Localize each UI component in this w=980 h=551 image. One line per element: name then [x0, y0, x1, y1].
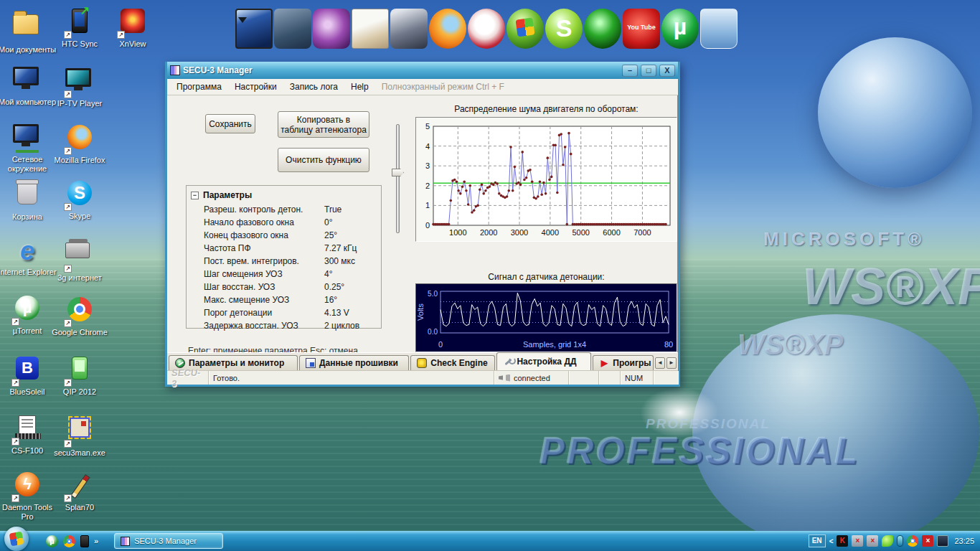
shortcut-arrow-icon: ↗: [64, 265, 72, 273]
param-row[interactable]: Макс. смещение УОЗ16°: [187, 293, 381, 306]
maximize-button[interactable]: □: [641, 65, 656, 77]
param-value[interactable]: 25°: [324, 230, 377, 241]
svg-text:1: 1: [425, 201, 430, 209]
wrench-icon: [503, 357, 513, 367]
desktop-icon-firefox[interactable]: ↗ Mozilla Firefox: [49, 123, 110, 165]
param-value[interactable]: 16°: [324, 294, 377, 306]
desktop-icon-qip[interactable]: ↗ QIP 2012: [49, 354, 110, 397]
param-row[interactable]: Разреш. контроль детон.True: [187, 203, 381, 216]
param-value[interactable]: 4°: [324, 268, 377, 280]
copy-to-attenuator-button[interactable]: Копировать в таблицу аттенюатора: [278, 111, 369, 138]
threshold-slider[interactable]: [390, 124, 405, 233]
dock-photos-icon[interactable]: [352, 9, 389, 49]
dock-indicator-triangle: [238, 17, 247, 23]
menu-nastroyki[interactable]: Настройки: [228, 80, 283, 94]
param-value[interactable]: 2 циклов: [324, 320, 377, 331]
network-places-icon: [13, 124, 39, 143]
save-button[interactable]: Сохранить: [205, 114, 255, 133]
skype-icon: S: [67, 181, 92, 205]
tab-scroll-right-button[interactable]: ►: [666, 357, 677, 369]
dock-my-computer-icon[interactable]: [235, 9, 273, 49]
dock-opera-icon[interactable]: [468, 9, 505, 49]
tray-qip-leaf-icon[interactable]: [882, 535, 893, 547]
quicklaunch-utorrent-icon[interactable]: µ: [46, 535, 58, 547]
quicklaunch-overflow-chevron[interactable]: »: [94, 537, 98, 545]
param-value[interactable]: 4.13 V: [324, 307, 377, 319]
tray-indicator-icon[interactable]: [897, 535, 903, 547]
dock-camcorder-icon[interactable]: [390, 9, 428, 49]
menu-programma[interactable]: Программа: [170, 80, 228, 94]
dock-network-globe-icon[interactable]: [584, 9, 621, 49]
param-value[interactable]: 300 мкс: [324, 255, 377, 267]
tray-collapse-chevron[interactable]: <: [829, 537, 834, 545]
taskbar-button-secu3[interactable]: SECU-3 Manager: [114, 533, 223, 549]
param-value[interactable]: True: [324, 204, 377, 215]
param-row[interactable]: Частота ПФ7.27 кГц: [187, 242, 381, 255]
dock-skype-icon[interactable]: S: [545, 9, 583, 49]
dock-firefox-icon[interactable]: [429, 9, 466, 49]
param-row[interactable]: Конец фазового окна25°: [187, 229, 381, 242]
param-row[interactable]: Шаг восстан. УОЗ0.25°: [187, 281, 381, 293]
shortcut-arrow-icon: ↗: [64, 147, 72, 155]
desktop-icon-iptv-player[interactable]: ↗ IP-TV Player: [49, 66, 110, 108]
param-row[interactable]: Шаг смещения УОЗ4°: [187, 268, 381, 281]
window-titlebar[interactable]: SECU-3 Manager – □ X: [167, 62, 678, 79]
tray-sound-muted-icon[interactable]: ×: [867, 535, 878, 547]
param-value[interactable]: 0.25°: [324, 281, 377, 293]
minimize-button[interactable]: –: [622, 65, 638, 77]
start-button[interactable]: [4, 527, 29, 551]
svg-text:5.0: 5.0: [428, 290, 438, 298]
knock-signal-panel: 5.00.0Volts0Samples, grid 1x480: [415, 283, 677, 352]
param-value[interactable]: 0°: [324, 217, 377, 228]
svg-text:2: 2: [425, 182, 430, 190]
desktop-icon-xnview[interactable]: ↗ XnView: [102, 7, 164, 49]
tray-kaspersky-icon[interactable]: K: [837, 535, 848, 547]
desktop-icon-splan[interactable]: ↗ Splan70: [49, 472, 110, 512]
menu-help[interactable]: Help: [344, 80, 375, 94]
slider-track[interactable]: [396, 124, 400, 233]
dock-utorrent-icon[interactable]: µ: [661, 9, 699, 49]
tray-network-disconnected-icon[interactable]: ×: [852, 535, 863, 547]
desktop-icon-chrome[interactable]: ↗ Google Chrome: [49, 296, 110, 337]
param-row[interactable]: Порог детонации4.13 V: [187, 306, 381, 319]
param-label: Конец фазового окна: [204, 230, 324, 241]
quicklaunch-chrome-icon[interactable]: [63, 535, 75, 547]
tray-stop-icon[interactable]: ×: [922, 535, 933, 547]
dock-youtube-icon[interactable]: You Tube: [623, 9, 660, 49]
xnview-icon: [121, 9, 145, 33]
tab-check-engine[interactable]: Check Engine: [410, 355, 495, 370]
language-indicator[interactable]: EN: [809, 534, 826, 547]
tab-player[interactable]: ▶ Проигры: [593, 355, 654, 370]
tab-knock-settings[interactable]: Настройка ДД: [496, 352, 591, 370]
dock-recycle-bin-icon[interactable]: [700, 9, 738, 49]
desktop-icon-skype[interactable]: S↗ Skype: [49, 179, 110, 221]
param-row[interactable]: Начало фазового окна0°: [187, 216, 381, 229]
collapse-expander-icon[interactable]: −: [191, 192, 199, 199]
iptv-player-icon: [65, 68, 91, 87]
param-row[interactable]: Пост. врем. интегриров.300 мкс: [187, 255, 381, 268]
clear-function-button[interactable]: Очистить функцию: [278, 148, 369, 172]
wallpaper-microsoft-text: MICROSOFT®: [763, 228, 925, 250]
status-connection: connected: [494, 371, 569, 385]
desktop-icon-secu3man[interactable]: ↗ secu3man.exe: [49, 415, 110, 458]
parameters-header: − Параметры: [187, 186, 381, 203]
tab-firmware-data[interactable]: Данные прошивки: [299, 355, 409, 370]
close-button[interactable]: X: [659, 65, 675, 77]
param-label: Шаг восстан. УОЗ: [204, 281, 324, 293]
glass-sphere-top: [818, 37, 972, 188]
tray-display-icon[interactable]: [937, 535, 948, 547]
param-value[interactable]: 7.27 кГц: [324, 242, 377, 254]
slider-thumb[interactable]: [392, 169, 404, 176]
knock-signal-title: Сигнал с датчика детонации:: [415, 272, 677, 282]
param-row[interactable]: Задержка восстан. УОЗ2 циклов: [187, 319, 381, 332]
tab-scroll-left-button[interactable]: ◄: [655, 357, 665, 369]
tray-chrome-icon[interactable]: [907, 535, 918, 547]
shortcut-arrow-icon: ↗: [64, 379, 72, 387]
dock-windows-icon[interactable]: [507, 9, 544, 49]
param-label: Задержка восстан. УОЗ: [204, 320, 324, 331]
dock-briefcase-icon[interactable]: [274, 9, 311, 49]
desktop-icon-3g-internet[interactable]: ↗ 3g интернет: [49, 237, 110, 283]
quicklaunch-phone-icon[interactable]: [80, 535, 89, 547]
menu-zapis-loga[interactable]: Запись лога: [283, 80, 344, 94]
dock-music-icon[interactable]: [313, 9, 350, 49]
